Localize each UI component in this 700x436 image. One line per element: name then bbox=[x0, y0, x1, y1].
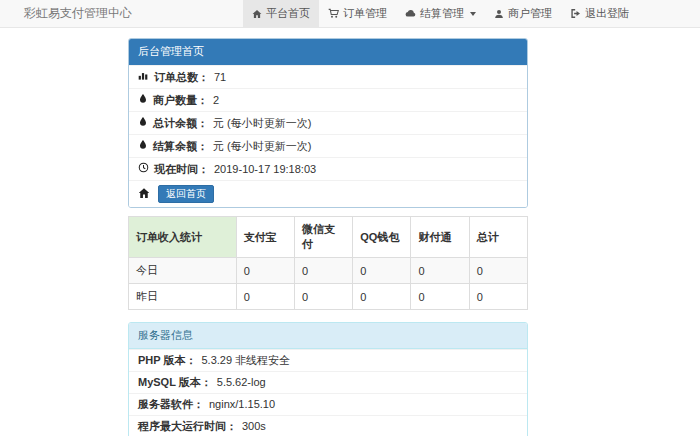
cloud-icon bbox=[405, 8, 416, 19]
cell-value: 0 bbox=[236, 258, 294, 284]
cell-value: 0 bbox=[411, 284, 469, 310]
nav-item-settlement-management[interactable]: 结算管理 bbox=[396, 0, 485, 27]
cell-value: 0 bbox=[353, 284, 411, 310]
stat-value: 元 (每小时更新一次) bbox=[213, 117, 311, 130]
server-row-value: 5.3.29 非线程安全 bbox=[201, 354, 290, 367]
server-row-label: 服务器软件： bbox=[138, 398, 204, 411]
server-panel-title: 服务器信息 bbox=[129, 323, 527, 349]
return-home-button[interactable]: 返回首页 bbox=[158, 185, 214, 203]
stat-label: 总计余额： bbox=[153, 117, 208, 130]
cell-value: 0 bbox=[294, 284, 352, 310]
stat-label: 结算余额： bbox=[153, 140, 208, 153]
nav-item-label: 平台首页 bbox=[266, 6, 310, 21]
dashboard-panel-title: 后台管理首页 bbox=[129, 39, 527, 65]
cell-value: 0 bbox=[469, 258, 527, 284]
home-icon bbox=[252, 9, 262, 19]
dashboard-panel: 后台管理首页 订单总数： 71 商户数量： 2 总计余额： 元 (每小时更新一次… bbox=[128, 38, 528, 208]
column-header-alipay: 支付宝 bbox=[236, 217, 294, 258]
nav-item-merchant-management[interactable]: 商户管理 bbox=[485, 0, 561, 27]
stat-row-merchant-count: 商户数量： 2 bbox=[129, 88, 527, 111]
table-row-today: 今日 0 0 0 0 0 bbox=[129, 258, 528, 284]
main-nav: 平台首页 订单管理 结算管理 商户管理 退出登陆 bbox=[243, 0, 638, 27]
main-content: 后台管理首页 订单总数： 71 商户数量： 2 总计余额： 元 (每小时更新一次… bbox=[128, 38, 528, 436]
stat-label: 现在时间： bbox=[154, 163, 209, 176]
return-home-row: 返回首页 bbox=[129, 180, 527, 207]
server-info-panel: 服务器信息 PHP 版本： 5.3.29 非线程安全 MySQL 版本： 5.5… bbox=[128, 322, 528, 436]
cell-value: 0 bbox=[411, 258, 469, 284]
stat-row-settlement-balance: 结算余额： 元 (每小时更新一次) bbox=[129, 134, 527, 157]
home-icon bbox=[138, 187, 150, 202]
nav-item-label: 退出登陆 bbox=[585, 6, 629, 21]
server-row-server-software: 服务器软件： nginx/1.15.10 bbox=[129, 393, 527, 415]
row-label: 昨日 bbox=[129, 284, 237, 310]
server-row-label: MySQL 版本： bbox=[138, 376, 212, 389]
stat-row-total-balance: 总计余额： 元 (每小时更新一次) bbox=[129, 111, 527, 134]
top-navbar: 彩虹易支付管理中心 平台首页 订单管理 结算管理 商户管理 退出登陆 bbox=[0, 0, 700, 28]
stat-label: 订单总数： bbox=[154, 71, 209, 84]
tint-icon bbox=[138, 116, 148, 130]
server-row-php-version: PHP 版本： 5.3.29 非线程安全 bbox=[129, 349, 527, 371]
server-row-label: PHP 版本： bbox=[138, 354, 196, 367]
nav-item-label: 商户管理 bbox=[508, 6, 552, 21]
server-row-value: 5.5.62-log bbox=[217, 376, 266, 389]
column-header-tenpay: 财付通 bbox=[411, 217, 469, 258]
server-row-mysql-version: MySQL 版本： 5.5.62-log bbox=[129, 371, 527, 393]
server-row-label: 程序最大运行时间： bbox=[138, 420, 237, 433]
column-header-total: 总计 bbox=[469, 217, 527, 258]
cell-value: 0 bbox=[294, 258, 352, 284]
stat-value: 2 bbox=[213, 94, 219, 107]
stat-value: 元 (每小时更新一次) bbox=[213, 140, 311, 153]
stat-label: 商户数量： bbox=[153, 94, 208, 107]
server-row-max-exec-time: 程序最大运行时间： 300s bbox=[129, 415, 527, 436]
column-header-qq-wallet: QQ钱包 bbox=[353, 217, 411, 258]
row-label: 今日 bbox=[129, 258, 237, 284]
cell-value: 0 bbox=[469, 284, 527, 310]
clock-icon bbox=[138, 162, 149, 176]
nav-item-logout[interactable]: 退出登陆 bbox=[561, 0, 638, 27]
table-row-yesterday: 昨日 0 0 0 0 0 bbox=[129, 284, 528, 310]
nav-item-label: 结算管理 bbox=[420, 6, 464, 21]
nav-item-order-management[interactable]: 订单管理 bbox=[319, 0, 396, 27]
cart-icon bbox=[328, 8, 339, 19]
user-icon bbox=[494, 9, 504, 19]
server-row-value: nginx/1.15.10 bbox=[209, 398, 275, 411]
stat-value: 71 bbox=[214, 71, 226, 84]
income-table-header-row: 订单收入统计 支付宝 微信支付 QQ钱包 财付通 总计 bbox=[129, 217, 528, 258]
income-table-title-cell: 订单收入统计 bbox=[129, 217, 237, 258]
stat-row-current-time: 现在时间： 2019-10-17 19:18:03 bbox=[129, 157, 527, 180]
nav-item-platform-home[interactable]: 平台首页 bbox=[243, 0, 319, 27]
brand-title: 彩虹易支付管理中心 bbox=[0, 0, 132, 27]
server-row-value: 300s bbox=[242, 420, 266, 433]
signout-icon bbox=[570, 8, 581, 19]
stat-row-total-orders: 订单总数： 71 bbox=[129, 65, 527, 88]
tint-icon bbox=[138, 93, 148, 107]
cell-value: 0 bbox=[353, 258, 411, 284]
column-header-wechat: 微信支付 bbox=[294, 217, 352, 258]
bar-chart-icon bbox=[138, 70, 149, 84]
stat-value: 2019-10-17 19:18:03 bbox=[214, 163, 316, 176]
income-table: 订单收入统计 支付宝 微信支付 QQ钱包 财付通 总计 今日 0 0 0 0 0… bbox=[128, 216, 528, 310]
cell-value: 0 bbox=[236, 284, 294, 310]
nav-item-label: 订单管理 bbox=[343, 6, 387, 21]
tint-icon bbox=[138, 139, 148, 153]
caret-down-icon bbox=[470, 12, 476, 16]
